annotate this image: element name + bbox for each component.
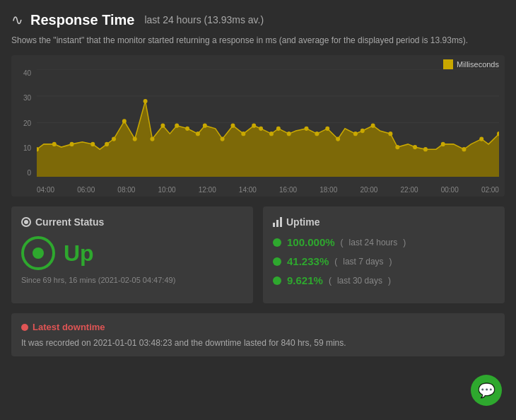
svg-point-12 [122,119,127,123]
svg-point-10 [105,142,109,146]
since-text: Since 69 hrs, 16 mins (2021-02-05 04:47:… [21,276,243,284]
svg-point-19 [196,132,200,136]
svg-point-35 [371,124,375,128]
svg-point-18 [185,127,189,131]
y-label-30: 30 [11,94,31,102]
x-label-2000: 20:00 [360,186,377,194]
svg-point-29 [305,127,309,131]
uptime-label-7d-text: last 7 days [343,257,383,267]
uptime-label-30d-close: ) [388,276,391,286]
svg-point-17 [175,124,179,128]
chart-legend: Milliseconds [443,59,499,69]
svg-point-25 [259,127,263,131]
svg-point-13 [133,136,137,141]
x-label-2200: 22:00 [401,186,418,194]
chat-button[interactable]: 💬 [471,375,502,406]
svg-point-28 [287,132,291,136]
chart-y-axis: 40 30 20 10 0 [11,69,34,177]
uptime-pct-7d: 41.233% [287,255,329,267]
uptime-item-7d: 41.233% (last 7 days) [273,255,495,267]
svg-point-22 [230,124,235,128]
uptime-item-24h: 100.000% (last 24 hours) [273,236,495,248]
downtime-text: It was recorded on 2021-01-01 03:48:23 a… [21,338,495,348]
svg-point-20 [203,124,207,128]
svg-point-15 [151,136,155,141]
chart-x-axis: 04:00 06:00 08:00 10:00 12:00 14:00 16:0… [37,186,499,194]
svg-point-37 [395,145,399,149]
uptime-panel: Uptime 100.000% (last 24 hours) 41.233% … [263,206,505,303]
uptime-item-30d: 9.621% (last 30 days) [273,274,495,286]
svg-point-26 [269,132,274,136]
x-label-1600: 16:00 [279,186,297,194]
response-time-icon: ∿ [11,11,23,28]
page: ∿ Response Time last 24 hours (13.93ms a… [0,0,516,368]
svg-point-33 [353,132,358,136]
bar-chart-icon [273,217,282,227]
bottom-panels: Current Status Up Since 69 hrs, 16 mins … [11,206,505,303]
uptime-label-7d-close: ) [389,257,392,267]
uptime-dot-7d [273,257,281,266]
status-up-row: Up [21,236,243,270]
uptime-title: Uptime [273,216,495,228]
svg-point-11 [112,136,116,141]
uptime-label-24h-text: last 24 hours [349,238,398,247]
uptime-pct-24h: 100.000% [287,236,335,248]
svg-point-14 [143,99,148,103]
svg-point-8 [70,142,74,146]
uptime-label-30d: ( [329,276,332,286]
svg-point-27 [276,127,281,131]
uptime-dot-30d [273,276,281,285]
y-label-20: 20 [11,119,31,127]
current-status-panel: Current Status Up Since 69 hrs, 16 mins … [11,206,253,303]
svg-point-30 [315,132,319,136]
chart-svg [37,69,499,177]
uptime-label-24h-close: ) [403,238,406,247]
uptime-label-24h: ( [341,238,344,247]
page-description: Shows the "instant" that the monitor sta… [11,34,505,47]
latest-downtime-panel: Latest downtime It was recorded on 2021-… [11,313,505,356]
x-label-0600: 06:00 [77,186,95,194]
chart-svg-area [37,69,499,177]
x-label-1800: 18:00 [319,186,337,194]
uptime-label-7d: ( [334,257,337,267]
svg-point-21 [221,136,225,141]
svg-point-31 [325,127,329,131]
svg-point-40 [441,142,445,146]
downtime-title: Latest downtime [21,322,495,332]
svg-point-32 [336,136,340,141]
x-label-0000: 00:00 [441,186,459,194]
legend-label: Milliseconds [457,60,499,69]
svg-point-23 [241,132,245,136]
x-label-0200: 02:00 [481,186,499,194]
svg-point-16 [160,124,165,128]
current-status-title: Current Status [21,216,243,228]
legend-color-box [443,59,453,69]
svg-point-36 [388,132,392,136]
svg-point-34 [360,129,365,133]
page-header: ∿ Response Time last 24 hours (13.93ms a… [11,11,505,28]
x-label-0800: 08:00 [117,186,135,194]
page-title: Response Time [30,12,134,28]
svg-point-42 [479,136,483,141]
svg-point-38 [413,145,417,149]
svg-point-24 [252,124,256,128]
page-subtitle: last 24 hours (13.93ms av.) [144,14,264,25]
x-label-0400: 04:00 [37,186,54,194]
svg-point-41 [462,147,466,151]
uptime-dot-24h [273,238,281,247]
x-label-1200: 12:00 [199,186,216,194]
uptime-label-30d-text: last 30 days [337,276,382,286]
up-status-text: Up [64,240,94,267]
y-label-0: 0 [11,169,31,177]
status-title-icon [21,217,31,227]
up-circle-icon [21,236,55,270]
svg-point-9 [90,142,95,146]
svg-marker-5 [37,101,499,177]
uptime-pct-30d: 9.621% [287,274,323,286]
x-label-1000: 10:00 [158,186,176,194]
y-label-40: 40 [11,69,31,77]
svg-point-7 [52,142,57,146]
svg-point-39 [423,147,428,151]
x-label-1400: 14:00 [239,186,257,194]
response-time-chart: Milliseconds 40 30 20 10 0 [11,55,505,197]
